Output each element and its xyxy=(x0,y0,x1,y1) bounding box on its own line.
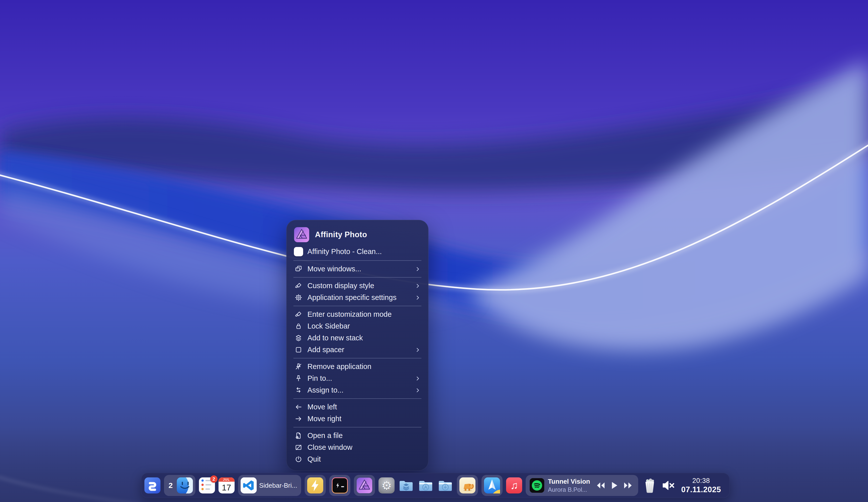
brush-icon xyxy=(294,282,303,290)
system-settings-gear-icon[interactable]: ⚙ xyxy=(379,478,395,493)
menu-item-remove-application[interactable]: Remove application xyxy=(292,361,422,373)
menu-item-pin-to[interactable]: Pin to... xyxy=(292,373,422,384)
fast-forward-icon[interactable] xyxy=(623,481,633,490)
menu-item-quit[interactable]: Quit xyxy=(292,453,422,465)
file-open-icon xyxy=(294,432,303,439)
menu-header: Affinity Photo xyxy=(292,227,422,245)
pin-icon xyxy=(294,375,303,382)
menu-divider xyxy=(293,260,422,261)
arrow-right-icon xyxy=(294,415,303,423)
vscode-window-label: Sidebar-Bri... xyxy=(259,482,299,490)
spark-mail-icon[interactable] xyxy=(484,478,500,493)
warp-terminal-icon[interactable] xyxy=(332,478,348,493)
menu-item-add-to-new-stack[interactable]: Add to new stack xyxy=(292,332,422,344)
menu-item-custom-display-style[interactable]: Custom display style xyxy=(292,280,422,292)
menu-divider xyxy=(293,306,422,306)
clock-time: 20:38 xyxy=(692,477,710,485)
warp-terminal-container[interactable] xyxy=(329,475,350,496)
play-icon[interactable] xyxy=(611,481,618,490)
reminders-icon[interactable]: 2 xyxy=(199,478,215,493)
vscode-window-group[interactable]: Sidebar-Bri... xyxy=(238,475,301,496)
chevron-right-icon xyxy=(414,266,421,272)
menu-divider xyxy=(293,398,422,399)
menu-item-move-windows[interactable]: Move windows... xyxy=(292,263,422,275)
lightning-app-container[interactable] xyxy=(304,475,326,496)
finder-window-group[interactable]: 2 xyxy=(164,475,195,496)
menu-item-window-clean[interactable]: Affinity Photo - Clean... xyxy=(292,245,422,258)
dock: 2 2 JUL 17 Sidebar-Bri... xyxy=(141,473,730,498)
pin-slash-icon xyxy=(294,363,303,370)
swap-arrows-icon xyxy=(294,386,303,394)
power-icon xyxy=(294,455,303,463)
origami-elephant-container[interactable] xyxy=(457,475,478,496)
chevron-right-icon xyxy=(414,387,421,394)
menu-item-move-right[interactable]: Move right xyxy=(292,413,422,425)
menu-item-lock-sidebar[interactable]: Lock Sidebar xyxy=(292,320,422,332)
layers-icon xyxy=(294,334,303,342)
brush-icon xyxy=(294,311,303,318)
clock-widget[interactable]: 20:38 07.11.2025 xyxy=(679,477,723,494)
chevron-right-icon xyxy=(414,347,421,353)
folder-stack-icon[interactable] xyxy=(398,478,414,493)
vscode-icon[interactable] xyxy=(241,478,257,493)
reminders-badge: 2 xyxy=(210,475,217,483)
apple-music-icon[interactable]: ♫ xyxy=(506,478,522,493)
desktop-wallpaper xyxy=(0,0,868,502)
menu-divider xyxy=(293,427,422,427)
square-outline-icon xyxy=(294,346,303,354)
affinity-photo-icon xyxy=(294,227,309,242)
arrow-left-icon xyxy=(294,403,303,411)
finder-icon[interactable] xyxy=(177,478,193,493)
chevron-right-icon xyxy=(414,375,421,382)
volume-muted-icon[interactable] xyxy=(661,478,675,492)
calendar-day: 17 xyxy=(218,482,235,493)
window-slash-icon xyxy=(294,443,303,451)
menu-item-application-specific-settings[interactable]: Application specific settings xyxy=(292,292,422,303)
gear-outline-icon xyxy=(294,294,303,302)
now-playing-widget[interactable]: Tunnel Vision Aurora B.Pol... xyxy=(526,475,638,496)
chevron-right-icon xyxy=(414,294,421,301)
trash-full-icon[interactable] xyxy=(642,478,658,493)
menu-item-move-left[interactable]: Move left xyxy=(292,401,422,413)
menu-item-close-window[interactable]: Close window xyxy=(292,441,422,453)
lock-icon xyxy=(294,322,303,330)
menu-item-assign-to[interactable]: Assign to... xyxy=(292,384,422,396)
folder-downloads-icon[interactable] xyxy=(437,478,453,493)
affinity-photo-container[interactable] xyxy=(354,475,375,496)
dock-item-context-menu: Affinity Photo Affinity Photo - Clean...… xyxy=(286,220,428,471)
sidebar-app-icon[interactable] xyxy=(144,478,161,493)
window-count-badge: 2 xyxy=(166,481,174,490)
clock-date: 07.11.2025 xyxy=(681,485,721,494)
chevron-right-icon xyxy=(414,283,421,289)
desktop: Affinity Photo Affinity Photo - Clean...… xyxy=(0,0,868,502)
now-playing-artist: Aurora B.Pol... xyxy=(548,486,590,493)
folder-applications-icon[interactable] xyxy=(418,478,434,493)
now-playing-title: Tunnel Vision xyxy=(548,478,590,485)
menu-item-add-spacer[interactable]: Add spacer xyxy=(292,344,422,356)
menu-item-enter-customization-mode[interactable]: Enter customization mode xyxy=(292,308,422,320)
origami-elephant-icon[interactable] xyxy=(459,478,475,493)
spotify-icon[interactable] xyxy=(530,478,544,493)
calendar-icon[interactable]: JUL 17 xyxy=(218,478,235,493)
menu-divider xyxy=(293,358,422,358)
lightning-icon[interactable] xyxy=(307,478,323,493)
rewind-icon[interactable] xyxy=(596,481,606,490)
menu-divider xyxy=(293,277,422,278)
menu-item-open-a-file[interactable]: Open a file xyxy=(292,430,422,441)
windows-copy-icon xyxy=(294,265,303,273)
spark-mail-container[interactable] xyxy=(482,475,503,496)
window-thumbnail xyxy=(294,247,303,256)
menu-app-title: Affinity Photo xyxy=(315,230,367,239)
calendar-month: JUL xyxy=(218,478,235,482)
terminal-cursor xyxy=(341,486,344,487)
affinity-photo-icon[interactable] xyxy=(356,478,372,493)
